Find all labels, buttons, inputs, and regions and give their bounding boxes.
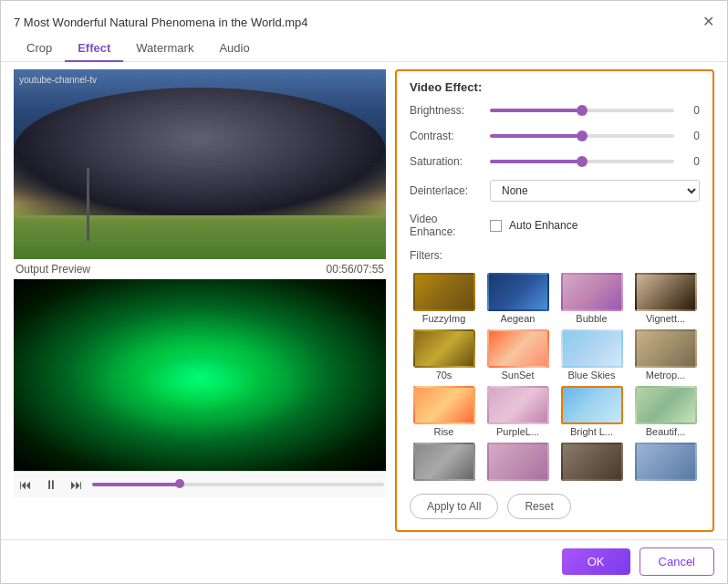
- output-label: Output Preview: [16, 263, 90, 276]
- prev-button[interactable]: ⏮: [16, 475, 36, 494]
- filter-thumb-more4: [635, 443, 697, 481]
- filter-fuzzy[interactable]: FuzzyImg: [410, 273, 478, 324]
- filter-thumb-bubble: [561, 273, 623, 311]
- filter-name-bubble: Bubble: [576, 313, 607, 324]
- enhance-row: Video Enhance: Auto Enhance: [410, 213, 700, 238]
- filter-thumb-more2: [487, 443, 549, 481]
- filter-thumb-blueskies: [561, 329, 623, 368]
- brightness-slider-wrapper: [490, 103, 674, 118]
- progress-thumb: [175, 479, 184, 488]
- filter-rise[interactable]: Rise: [410, 386, 478, 437]
- filter-thumb-beauti: [635, 386, 697, 424]
- filter-name-sunset: SunSet: [501, 370, 534, 381]
- next-button[interactable]: ⏭: [67, 475, 87, 494]
- filter-name-blueskies: Blue Skies: [568, 370, 616, 381]
- tab-effect[interactable]: Effect: [65, 36, 123, 62]
- play-pause-button[interactable]: ⏸: [41, 475, 61, 494]
- tab-audio[interactable]: Audio: [206, 36, 262, 62]
- hex-overlay: [14, 69, 386, 259]
- deinterlace-select[interactable]: None Top Field First Bottom Field First: [490, 180, 700, 202]
- left-panel: youtube-channel-tv Output Preview 00:56/…: [14, 69, 386, 532]
- tab-crop[interactable]: Crop: [14, 36, 65, 62]
- filter-more1[interactable]: [410, 443, 478, 483]
- filter-more2[interactable]: [484, 443, 552, 483]
- close-button[interactable]: ✕: [702, 15, 714, 29]
- auto-enhance-label: Auto Enhance: [509, 219, 577, 232]
- dialog-title: 7 Most Wonderful Natural Phenomena in th…: [14, 16, 308, 29]
- filter-purple[interactable]: PurpleL...: [484, 386, 552, 437]
- contrast-label: Contrast:: [410, 130, 483, 142]
- brightness-label: Brightness:: [410, 104, 483, 117]
- filter-thumb-more1: [413, 443, 475, 481]
- title-bar: 7 Most Wonderful Natural Phenomena in th…: [1, 1, 727, 34]
- progress-fill: [92, 483, 180, 486]
- saturation-label: Saturation:: [410, 155, 483, 168]
- filter-thumb-sunset: [487, 329, 549, 368]
- filter-name-purple: PurpleL...: [496, 426, 539, 437]
- filter-blueskies[interactable]: Blue Skies: [557, 329, 626, 381]
- output-label-row: Output Preview 00:56/07:55: [14, 259, 386, 279]
- filter-thumb-aegean: [487, 273, 549, 311]
- brightness-slider[interactable]: [490, 109, 674, 112]
- apply-all-button[interactable]: Apply to All: [410, 494, 498, 519]
- contrast-value: 0: [681, 130, 700, 142]
- filter-thumb-rise: [413, 386, 475, 424]
- cancel-button[interactable]: Cancel: [640, 548, 714, 576]
- filter-thumb-metro: [635, 329, 697, 368]
- filter-name-bright: Bright L...: [570, 426, 613, 437]
- video-enhance-label: Video Enhance:: [410, 213, 483, 238]
- filter-more3[interactable]: [557, 443, 626, 483]
- input-preview-img: youtube-channel-tv: [14, 69, 386, 259]
- reset-button[interactable]: Reset: [507, 494, 570, 519]
- brightness-row: Brightness: 0: [410, 103, 700, 118]
- filter-thumb-vignette: [635, 273, 697, 311]
- filters-grid: FuzzyImg Aegean Bubble Vignett... 7: [410, 273, 700, 483]
- deinterlace-row: Deinterlace: None Top Field First Bottom…: [410, 180, 700, 202]
- pole: [87, 168, 89, 241]
- tab-watermark[interactable]: Watermark: [123, 36, 206, 62]
- filter-thumb-purple: [487, 386, 549, 424]
- filter-70s[interactable]: 70s: [410, 329, 478, 381]
- filter-vignette[interactable]: Vignett...: [631, 273, 700, 324]
- green-glow: [88, 337, 312, 433]
- filter-thumb-70s: [413, 329, 475, 368]
- filter-thumb-more3: [561, 443, 623, 481]
- input-preview: youtube-channel-tv: [14, 69, 386, 259]
- playback-controls: ⏮ ⏸ ⏭: [14, 471, 386, 497]
- brightness-value: 0: [681, 104, 700, 117]
- right-panel: Video Effect: Brightness: 0 Contrast: 0 …: [395, 69, 714, 532]
- auto-enhance-checkbox[interactable]: [490, 220, 502, 232]
- filter-thumb-bright: [561, 386, 623, 424]
- ok-button[interactable]: OK: [562, 548, 630, 575]
- filters-label: Filters:: [410, 249, 700, 262]
- filter-bright[interactable]: Bright L...: [557, 386, 626, 437]
- saturation-row: Saturation: 0: [410, 154, 700, 169]
- filter-more4[interactable]: [631, 443, 700, 483]
- saturation-slider[interactable]: [490, 160, 674, 163]
- dialog: 7 Most Wonderful Natural Phenomena in th…: [0, 0, 728, 584]
- filter-bubble[interactable]: Bubble: [557, 273, 626, 324]
- contrast-slider[interactable]: [490, 134, 674, 138]
- green-effect: [14, 279, 386, 471]
- filter-aegean[interactable]: Aegean: [484, 273, 552, 324]
- filter-name-aegean: Aegean: [501, 313, 536, 324]
- filter-name-70s: 70s: [436, 370, 452, 381]
- filter-sunset[interactable]: SunSet: [484, 329, 552, 381]
- progress-bar[interactable]: [92, 483, 384, 486]
- saturation-value: 0: [681, 155, 700, 168]
- filter-name-vignette: Vignett...: [646, 313, 685, 324]
- video-effect-title: Video Effect:: [410, 80, 700, 94]
- saturation-slider-wrapper: [490, 154, 674, 169]
- filter-thumb-fuzzy: [413, 273, 475, 311]
- content-area: youtube-channel-tv Output Preview 00:56/…: [1, 62, 727, 539]
- filter-name-beauti: Beautif...: [646, 426, 685, 437]
- footer: OK Cancel: [1, 539, 727, 583]
- tab-bar: Crop Effect Watermark Audio: [1, 36, 727, 62]
- contrast-slider-wrapper: [490, 129, 674, 143]
- filter-metro[interactable]: Metrop...: [631, 329, 700, 381]
- filter-name-fuzzy: FuzzyImg: [422, 313, 466, 324]
- filter-beauti[interactable]: Beautif...: [631, 386, 700, 437]
- contrast-row: Contrast: 0: [410, 129, 700, 143]
- action-row: Apply to All Reset: [410, 494, 700, 519]
- filter-name-rise: Rise: [433, 426, 453, 437]
